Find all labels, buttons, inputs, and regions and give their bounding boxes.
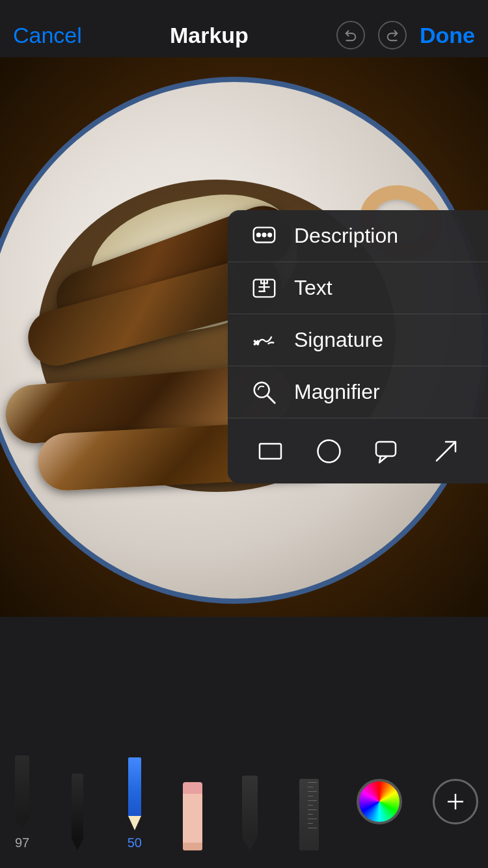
ruler-mark — [308, 800, 317, 801]
ruler-mark — [308, 796, 313, 796]
ruler-mark — [308, 805, 313, 806]
tool-marker[interactable] — [237, 759, 262, 850]
tool-pen1[interactable]: 97 — [10, 759, 34, 850]
color-wheel-button[interactable] — [357, 779, 402, 824]
svg-line-14 — [437, 442, 455, 461]
svg-point-12 — [318, 440, 340, 462]
marker-body — [242, 776, 258, 837]
svg-point-1 — [257, 233, 260, 236]
ruler-mark — [308, 819, 317, 819]
ruler-marks — [308, 782, 317, 828]
magnifier-label: Magnifier — [294, 380, 380, 404]
add-tool-button[interactable] — [433, 779, 478, 824]
pencil-body — [128, 757, 141, 816]
shape-circle-button[interactable] — [311, 433, 347, 469]
text-label: Text — [294, 276, 332, 300]
shapes-row — [228, 418, 488, 483]
ruler-mark — [308, 782, 317, 783]
ruler-mark — [308, 809, 317, 810]
pen1-body — [15, 755, 29, 817]
signature-label: Signature — [294, 328, 383, 352]
navigation-bar: Cancel Markup Done — [0, 0, 488, 57]
ruler-mark — [308, 823, 313, 824]
tool-ruler[interactable] — [293, 759, 325, 850]
shape-rectangle-button[interactable] — [252, 433, 288, 469]
cancel-button[interactable]: Cancel — [13, 23, 82, 48]
context-dropdown-menu: Description Text × — [228, 210, 488, 483]
speech-bubble-icon — [247, 219, 281, 253]
svg-rect-11 — [260, 444, 281, 459]
text-box-icon — [247, 271, 281, 305]
image-canvas[interactable]: Description Text × — [0, 57, 488, 617]
marker-tip — [242, 837, 258, 850]
shape-arrow-button[interactable] — [428, 433, 464, 469]
eraser-top — [183, 782, 202, 794]
svg-line-10 — [267, 395, 275, 402]
pen2-tip — [72, 839, 83, 850]
eraser-body — [183, 794, 202, 843]
menu-item-description[interactable]: Description — [228, 210, 488, 262]
shape-callout-button[interactable] — [370, 433, 405, 469]
svg-rect-13 — [376, 442, 396, 456]
menu-item-text[interactable]: Text — [228, 262, 488, 314]
signature-icon: × — [247, 323, 281, 357]
ruler-mark — [308, 791, 317, 792]
eraser-tip — [183, 843, 202, 850]
ruler-mark — [308, 828, 317, 828]
svg-point-3 — [268, 233, 271, 236]
bottom-toolbar: 97 50 — [0, 741, 488, 868]
pencil-label: 50 — [128, 835, 142, 850]
undo-button[interactable] — [336, 21, 365, 49]
tool-pencil[interactable]: 50 — [121, 759, 148, 850]
svg-point-2 — [263, 233, 266, 236]
menu-item-magnifier[interactable]: Magnifier — [228, 366, 488, 418]
tool-eraser[interactable] — [179, 759, 206, 850]
pen1-tip — [15, 817, 29, 830]
pen2-body — [72, 774, 83, 839]
ruler-body — [299, 779, 319, 850]
nav-actions: Done — [336, 21, 475, 49]
pen1-label: 97 — [15, 835, 29, 850]
ruler-mark — [308, 814, 313, 815]
menu-item-signature[interactable]: × Signature — [228, 314, 488, 366]
pencil-tip — [128, 816, 141, 830]
redo-button[interactable] — [378, 21, 407, 49]
description-label: Description — [294, 224, 398, 248]
magnifier-icon — [247, 375, 281, 409]
page-title: Markup — [170, 23, 249, 48]
ruler-mark — [308, 787, 313, 787]
tool-pen2[interactable] — [65, 759, 90, 850]
done-button[interactable]: Done — [420, 23, 475, 48]
